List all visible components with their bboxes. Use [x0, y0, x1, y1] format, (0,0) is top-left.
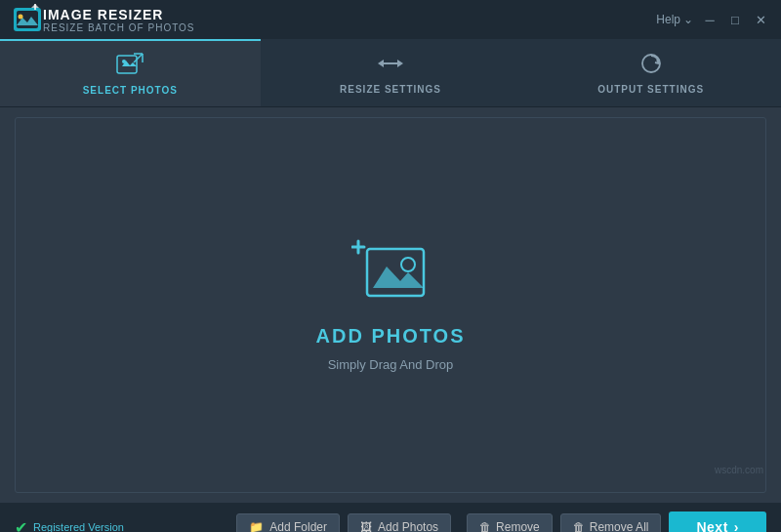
minimize-button[interactable]: ─	[701, 11, 719, 28]
title-bar: IMAGE RESIZER RESIZE BATCH OF PHOTOS Hel…	[0, 0, 781, 39]
svg-rect-1	[17, 11, 38, 28]
app-name: IMAGE RESIZER	[43, 7, 656, 22]
svg-point-3	[19, 15, 23, 20]
drop-zone-content: ADD PHOTOS Simply Drag And Drop	[316, 239, 466, 372]
tab-bar: SELECT PHOTOS RESIZE SETTINGS OUTPUT SET…	[0, 39, 781, 107]
photo-add-icon: 🖼	[360, 520, 372, 532]
tab-output-settings-label: OUTPUT SETTINGS	[597, 84, 704, 95]
status-check-icon: ✔	[15, 518, 27, 533]
add-photos-label: Add Photos	[378, 520, 438, 532]
status-badge: ✔ Registered Version	[15, 518, 124, 533]
tab-select-photos[interactable]: SELECT PHOTOS	[0, 39, 261, 106]
remove-all-icon: 🗑	[573, 520, 585, 532]
add-photos-label: ADD PHOTOS	[316, 325, 466, 348]
app-logo-icon	[12, 4, 43, 35]
resize-settings-icon	[377, 52, 404, 79]
remove-all-label: Remove All	[590, 520, 649, 532]
remove-button[interactable]: 🗑 Remove	[467, 513, 553, 532]
status-label: Registered Version	[33, 521, 124, 532]
watermark: wscdn.com	[715, 465, 763, 475]
add-photos-subtitle: Simply Drag And Drop	[328, 357, 454, 372]
app-subtitle: RESIZE BATCH OF PHOTOS	[43, 22, 656, 33]
drop-zone-area[interactable]: ADD PHOTOS Simply Drag And Drop	[15, 117, 766, 493]
select-photos-icon	[116, 53, 144, 80]
svg-point-22	[401, 258, 415, 271]
svg-marker-14	[397, 60, 403, 67]
folder-icon: 📁	[249, 520, 264, 532]
svg-rect-20	[367, 249, 424, 296]
window-controls: Help ⌄ ─ □ ✕	[656, 11, 769, 28]
svg-marker-13	[378, 60, 384, 67]
add-folder-button[interactable]: 📁 Add Folder	[236, 513, 340, 532]
add-photos-button[interactable]: 🖼 Add Photos	[348, 513, 451, 532]
maximize-button[interactable]: □	[726, 11, 744, 28]
output-settings-icon	[637, 52, 665, 79]
tab-select-photos-label: SELECT PHOTOS	[83, 85, 178, 96]
app-title-group: IMAGE RESIZER RESIZE BATCH OF PHOTOS	[43, 7, 656, 33]
help-button[interactable]: Help ⌄	[656, 13, 693, 26]
close-button[interactable]: ✕	[752, 11, 769, 28]
remove-all-button[interactable]: 🗑 Remove All	[560, 513, 662, 532]
svg-point-11	[122, 60, 126, 63]
svg-line-17	[655, 62, 659, 63]
svg-marker-21	[373, 266, 424, 288]
add-folder-label: Add Folder	[269, 520, 327, 532]
bottom-bar: ✔ Registered Version 📁 Add Folder 🖼 Add …	[0, 503, 781, 532]
tab-resize-settings[interactable]: RESIZE SETTINGS	[261, 39, 521, 106]
tab-resize-settings-label: RESIZE SETTINGS	[340, 84, 441, 95]
next-label: Next	[696, 519, 727, 532]
bottom-left-controls: ✔ Registered Version	[15, 518, 228, 533]
next-button[interactable]: Next ›	[669, 512, 766, 532]
bottom-right-controls: 🗑 Remove 🗑 Remove All Next ›	[467, 512, 766, 532]
add-photos-icon	[351, 239, 430, 315]
remove-icon: 🗑	[479, 520, 491, 532]
tab-output-settings[interactable]: OUTPUT SETTINGS	[520, 39, 781, 106]
next-arrow-icon: ›	[734, 519, 739, 532]
remove-label: Remove	[496, 520, 540, 532]
chevron-down-icon: ⌄	[683, 13, 693, 26]
